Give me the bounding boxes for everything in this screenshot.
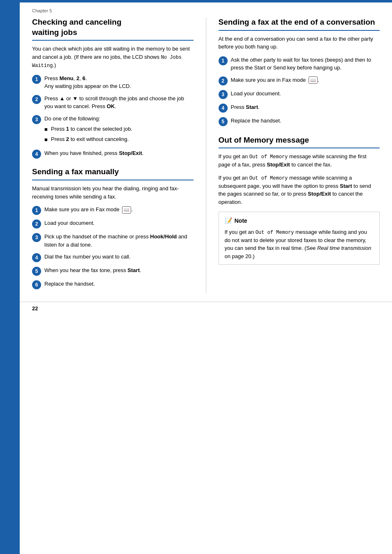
step-circle-1: 1 <box>219 56 228 65</box>
step-text: Pick up the handset of the machine or pr… <box>44 233 194 249</box>
step-text: Make sure you are in Fax mode 📖. <box>44 205 194 214</box>
step-4-text: When you have finished, press Stop/Exit. <box>44 149 194 157</box>
sub-list: ■ Press 1 to cancel the selected job. ■ … <box>44 125 194 143</box>
no-jobs-code: No Jobs Waiting <box>32 55 182 69</box>
step-item: 6 Replace the handset. <box>32 280 194 289</box>
step-circle-3: 3 <box>32 233 41 242</box>
sub-bullet: ■ <box>44 136 48 144</box>
code-out-of-memory-note: Out of Memory <box>256 230 294 235</box>
step-circle-5: 5 <box>219 117 228 126</box>
step-text: When you hear the fax tone, press Start. <box>44 266 194 275</box>
step-circle-3: 3 <box>32 115 41 124</box>
step-circle-6: 6 <box>32 280 41 289</box>
note-icon: 📝 <box>225 216 233 226</box>
step-text: Ask the other party to wait for fax tone… <box>231 56 380 72</box>
step-circle-2: 2 <box>219 76 228 85</box>
step-item: 5 When you hear the fax tone, press Star… <box>32 266 194 276</box>
step-circle-4: 4 <box>219 104 228 113</box>
step-item: 1 Make sure you are in Fax mode 📖. <box>32 205 194 215</box>
main-content: Chapter 5 Checking and cancelingwaiting … <box>20 2 392 554</box>
code-out-of-memory-1: Out of Memory <box>249 154 288 160</box>
left-column: Checking and cancelingwaiting jobs You c… <box>32 17 206 293</box>
fax-manually-intro: Manual transmission lets you hear the di… <box>32 185 194 201</box>
step-item: 2 Press ▲ or ▼ to scroll through the job… <box>32 95 194 111</box>
fax-manually-steps: 1 Make sure you are in Fax mode 📖. 2 Loa… <box>32 205 194 289</box>
fax-conversation-section: Sending a fax at the end of a conversati… <box>219 17 380 126</box>
step-item: 4 Press Start. <box>219 103 380 113</box>
note-body: If you get an Out of Memory message whil… <box>225 228 374 261</box>
out-of-memory-title: Out of Memory message <box>219 135 380 149</box>
sub-item: ■ Press 2 to exit without canceling. <box>44 135 194 144</box>
step-3-text: Do one of the following: ■ Press 1 to ca… <box>44 115 194 145</box>
step-item: 2 Make sure you are in Fax mode 📖. <box>219 76 380 85</box>
step-circle-3: 3 <box>219 90 228 99</box>
out-of-memory-section: Out of Memory message If you get an Out … <box>219 135 380 265</box>
checking-jobs-steps: 1 Press Menu, 2, 6.Any waiting jobs appe… <box>32 74 194 159</box>
step-item: 4 Dial the fax number you want to call. <box>32 253 194 262</box>
fax-manually-title: Sending a fax manually <box>32 167 194 180</box>
step-item: 3 Load your document. <box>219 90 380 99</box>
fax-conversation-title: Sending a fax at the end of a conversati… <box>219 17 380 31</box>
fax-conversation-intro: At the end of a conversation you can sen… <box>219 35 380 51</box>
right-column: Sending a fax at the end of a conversati… <box>206 17 380 293</box>
page-number-bar: 22 <box>20 302 392 315</box>
step-circle-2: 2 <box>32 95 41 104</box>
sub-text: Press 1 to cancel the selected job. <box>51 125 132 133</box>
sub-bullet: ■ <box>44 125 48 134</box>
step-2-text: Press ▲ or ▼ to scroll through the jobs … <box>44 95 194 111</box>
step-text: Load your document. <box>231 90 380 98</box>
step-text: Load your document. <box>44 219 194 227</box>
note-label: Note <box>235 217 247 225</box>
step-item: 1 Press Menu, 2, 6.Any waiting jobs appe… <box>32 74 194 90</box>
step-circle-4: 4 <box>32 150 41 159</box>
fax-mode-icon: 📖 <box>309 76 318 84</box>
step-text: Make sure you are in Fax mode 📖. <box>231 76 380 84</box>
checking-jobs-title: Checking and cancelingwaiting jobs <box>32 17 194 41</box>
step-item: 1 Ask the other party to wait for fax to… <box>219 56 380 72</box>
fax-mode-icon: 📖 <box>122 206 131 214</box>
out-of-memory-para1: If you get an Out of Memory message whil… <box>219 152 380 169</box>
page: Chapter 5 Checking and cancelingwaiting … <box>0 0 392 554</box>
step-text: Replace the handset. <box>231 117 380 125</box>
step-1-text: Press Menu, 2, 6.Any waiting jobs appear… <box>44 74 194 90</box>
note-italic: Real time transmission <box>317 245 371 251</box>
step-text: Replace the handset. <box>44 280 194 288</box>
step-item: 3 Do one of the following: ■ Press 1 to … <box>32 115 194 145</box>
fax-conversation-steps: 1 Ask the other party to wait for fax to… <box>219 56 380 126</box>
step-circle-2: 2 <box>32 219 41 229</box>
fax-manually-section: Sending a fax manually Manual transmissi… <box>32 167 194 289</box>
page-number: 22 <box>32 305 38 312</box>
step-item: 3 Pick up the handset of the machine or … <box>32 233 194 249</box>
note-box: 📝 Note If you get an Out of Memory messa… <box>219 212 380 265</box>
note-title: 📝 Note <box>225 216 374 226</box>
out-of-memory-para2: If you get an Out of Memory message whil… <box>219 174 380 206</box>
step-item: 2 Load your document. <box>32 219 194 229</box>
code-out-of-memory-2: Out of Memory <box>249 175 288 181</box>
step-item: 4 When you have finished, press Stop/Exi… <box>32 149 194 159</box>
step-circle-4: 4 <box>32 253 41 262</box>
left-sidebar <box>0 2 20 554</box>
sub-text: Press 2 to exit without canceling. <box>51 135 129 143</box>
step-circle-5: 5 <box>32 267 41 276</box>
content-wrapper: Chapter 5 Checking and cancelingwaiting … <box>0 2 392 554</box>
step-text: Dial the fax number you want to call. <box>44 253 194 261</box>
step-item: 5 Replace the handset. <box>219 117 380 126</box>
two-column-layout: Checking and cancelingwaiting jobs You c… <box>20 17 392 293</box>
sub-item: ■ Press 1 to cancel the selected job. <box>44 125 194 134</box>
step-text: Press Start. <box>231 103 380 111</box>
chapter-label: Chapter 5 <box>20 2 392 17</box>
checking-jobs-section: Checking and cancelingwaiting jobs You c… <box>32 17 194 159</box>
step-circle-1: 1 <box>32 206 41 215</box>
step-circle-1: 1 <box>32 75 41 84</box>
checking-jobs-intro: You can check which jobs are still waiti… <box>32 45 194 69</box>
